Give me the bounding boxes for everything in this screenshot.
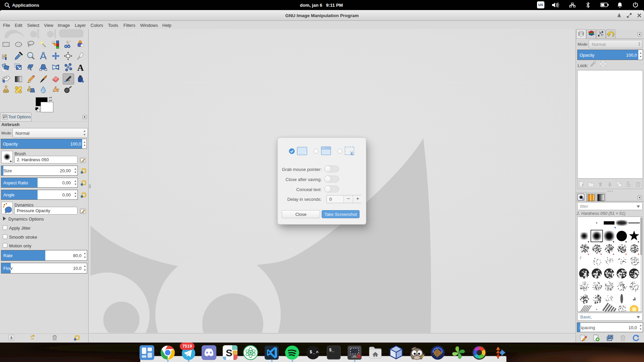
svg-text:^: ^ (316, 350, 319, 355)
svg-text:S: S (226, 347, 232, 358)
svg-text:$_: $_ (329, 348, 334, 353)
svg-text:_: _ (312, 350, 315, 355)
svg-text:A: A (77, 63, 84, 72)
svg-text:$: $ (310, 350, 312, 355)
